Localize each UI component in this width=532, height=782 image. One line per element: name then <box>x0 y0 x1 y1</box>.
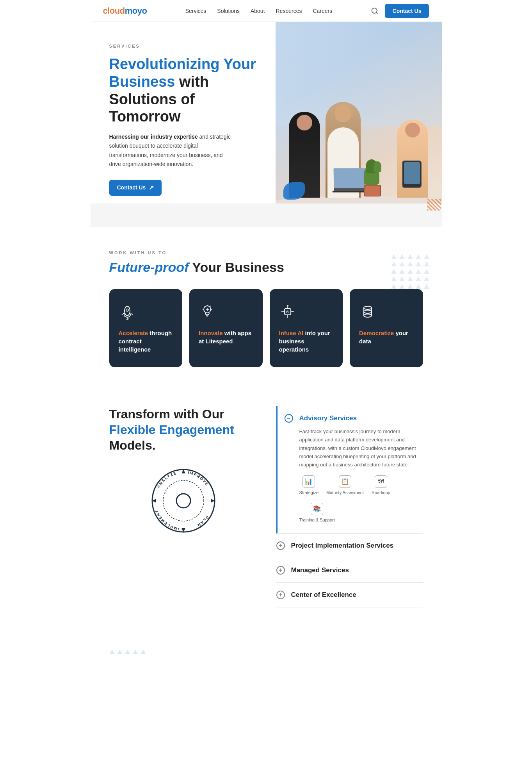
navbar: cloudmoyo Services Solutions About Resou… <box>91 0 442 22</box>
svg-point-20 <box>176 494 190 508</box>
navbar-contact-button[interactable]: Contact Us <box>385 4 429 18</box>
engage-right: − Advisory Services Fast-track your busi… <box>276 406 423 607</box>
hero-image <box>276 22 441 211</box>
work-section: WORK WITH US TO Future-proof Your Busine… <box>91 227 442 383</box>
sub-roadmap: 🗺 Roadmap <box>372 475 390 495</box>
accordion-project: + Project Implementation Services <box>276 534 423 558</box>
hero-title-business: Business <box>109 73 175 90</box>
project-title: Project Implementation Services <box>291 542 394 550</box>
hero-title-blue: Revolutionizing Your <box>109 56 256 72</box>
nav-about[interactable]: About <box>251 8 265 14</box>
svg-point-0 <box>372 8 377 13</box>
advisory-body: Fast-track your business's journey to mo… <box>285 423 423 525</box>
service-cards: Accelerate through contract intelligence <box>109 289 423 367</box>
managed-header[interactable]: + Managed Services <box>276 566 423 575</box>
nav-solutions[interactable]: Solutions <box>217 8 240 14</box>
advisory-header[interactable]: − Advisory Services <box>285 414 423 423</box>
project-plus-icon: + <box>276 541 285 550</box>
svg-point-18 <box>364 314 372 317</box>
nav-careers[interactable]: Careers <box>313 8 332 14</box>
cycle-svg: ANALYZE IMPROVE PLAN IMPLEMENT <box>148 466 219 536</box>
bottom-triangles-decoration <box>109 650 146 654</box>
project-header[interactable]: + Project Implementation Services <box>276 541 423 550</box>
engage-circle-wrap: ANALYZE IMPROVE PLAN IMPLEMENT <box>109 466 258 536</box>
hero-desc-bold: Harnessing our industry expertise <box>109 134 198 140</box>
engage-title-blue: Flexible Engagement <box>109 423 234 437</box>
roadmap-label: Roadmap <box>372 490 390 495</box>
engage-title-plain: Transform with Our <box>109 407 224 421</box>
engage-left: Transform with Our Flexible Engagement M… <box>109 406 258 536</box>
arrow-icon: ↗ <box>149 184 154 191</box>
nav-services[interactable]: Services <box>185 8 206 14</box>
managed-plus-icon: + <box>276 566 285 575</box>
card-innovate[interactable]: Innovate with apps at Litespeed <box>189 289 263 367</box>
hero-section: SERVICES Revolutionizing Your Business w… <box>91 22 442 211</box>
managed-title: Managed Services <box>291 566 349 574</box>
svg-point-17 <box>364 310 372 313</box>
brand-logo[interactable]: cloudmoyo <box>103 6 147 16</box>
svg-text:IMPLEMENT: IMPLEMENT <box>154 509 179 531</box>
card-2-title: Innovate with apps at Litespeed <box>199 329 253 345</box>
sub-strategize: 📊 Strategize <box>299 475 319 495</box>
coe-header[interactable]: + Center of Excellence <box>276 591 423 599</box>
blob-decoration <box>283 182 305 200</box>
your-business-text: Your Business <box>189 260 284 275</box>
hero-cta-button[interactable]: Contact Us ↗ <box>109 180 162 196</box>
card-4-accent: Democratize <box>359 330 394 336</box>
roadmap-icon: 🗺 <box>375 475 387 488</box>
accordion-coe: + Center of Excellence <box>276 583 423 607</box>
svg-point-3 <box>126 309 128 311</box>
hero-content: SERVICES Revolutionizing Your Business w… <box>91 22 276 211</box>
coe-plus-icon: + <box>276 591 285 599</box>
accordion-managed: + Managed Services <box>276 558 423 583</box>
sub-maturity: 📋 Maturity Assesment <box>326 475 364 495</box>
card-infuse-ai[interactable]: AI Infuse AI into your business operatio… <box>270 289 343 367</box>
search-icon[interactable] <box>371 7 379 15</box>
hero-cta-label: Contact Us <box>117 184 146 191</box>
navbar-right: Contact Us <box>371 4 429 18</box>
card-democratize[interactable]: Democratize your data <box>350 289 423 367</box>
training-label: Training & Support <box>299 518 335 522</box>
card-1-title: Accelerate through contract intelligence <box>119 329 173 354</box>
work-section-title: Future-proof Your Business <box>109 260 423 275</box>
svg-text:AI: AI <box>286 310 289 314</box>
svg-point-2 <box>125 306 130 316</box>
advisory-title: Advisory Services <box>299 414 357 422</box>
triangles-decoration <box>391 254 429 289</box>
hero-description: Harnessing our industry expertise and st… <box>109 132 234 168</box>
svg-point-16 <box>364 306 372 309</box>
dots-decoration <box>427 199 441 211</box>
hero-title: Revolutionizing Your Business with Solut… <box>109 55 260 125</box>
advisory-desc: Fast-track your business's journey to mo… <box>299 427 423 469</box>
future-proof-text: Future-proof <box>109 260 189 275</box>
advisory-minus-icon: − <box>285 414 293 423</box>
maturity-icon: 📋 <box>339 475 351 488</box>
engage-section: Transform with Our Flexible Engagement M… <box>91 383 442 631</box>
hero-label: SERVICES <box>109 44 260 48</box>
footer-spacer <box>91 631 442 654</box>
cycle-diagram: ANALYZE IMPROVE PLAN IMPLEMENT <box>148 466 219 536</box>
coe-title: Center of Excellence <box>291 591 356 599</box>
card-accelerate[interactable]: Accelerate through contract intelligence <box>109 289 183 367</box>
work-section-label: WORK WITH US TO <box>109 250 423 255</box>
nav-resources[interactable]: Resources <box>276 8 302 14</box>
svg-text:ANALYZE: ANALYZE <box>156 471 177 489</box>
strategize-label: Strategize <box>299 490 319 495</box>
card-2-accent: Innovate <box>199 330 223 336</box>
card-3-accent: Infuse AI <box>279 330 304 336</box>
database-icon <box>359 303 376 320</box>
svg-line-8 <box>204 306 205 307</box>
strategize-icon: 📊 <box>302 475 315 488</box>
nav-links: Services Solutions About Resources Caree… <box>185 8 333 14</box>
engage-title: Transform with Our Flexible Engagement M… <box>109 406 258 453</box>
ai-icon: AI <box>279 303 296 320</box>
training-icon: 📚 <box>311 503 323 515</box>
svg-line-1 <box>376 12 377 14</box>
engage-title-end: Models. <box>109 438 156 452</box>
rocket-icon <box>119 303 136 320</box>
card-4-title: Democratize your data <box>359 329 414 345</box>
maturity-label: Maturity Assesment <box>326 490 364 495</box>
lightbulb-icon <box>199 303 216 320</box>
advisory-sub-items: 📊 Strategize 📋 Maturity Assesment 🗺 Road… <box>299 475 423 522</box>
sub-training: 📚 Training & Support <box>299 503 335 522</box>
